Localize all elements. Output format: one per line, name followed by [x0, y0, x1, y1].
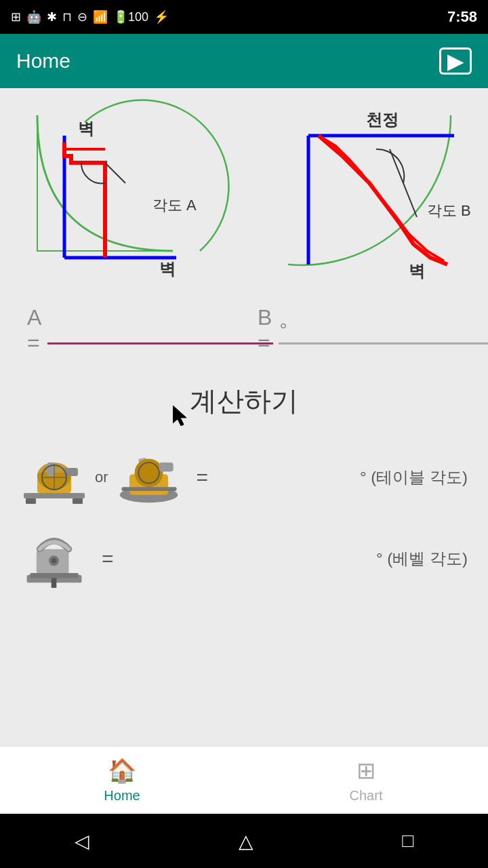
- charging-icon: ⚡: [154, 9, 169, 24]
- bluetooth-icon: ✱: [47, 9, 57, 24]
- input-area: A = ° B = °: [0, 292, 488, 369]
- svg-line-3: [105, 163, 125, 183]
- left-wall-top-label: 벽: [78, 119, 94, 138]
- svg-rect-23: [159, 462, 173, 471]
- gallery-icon: ⊞: [11, 9, 21, 24]
- app-title: Home: [16, 50, 70, 73]
- nav-home[interactable]: 🏠 Home: [0, 747, 244, 814]
- status-icons-left: ⊞ 🤖 ✱ ⊓ ⊖ 📶 🔋100 ⚡: [11, 9, 169, 24]
- calculate-button[interactable]: 계산하기: [190, 382, 298, 420]
- result-row-2: = ° (베벨 각도): [20, 521, 468, 596]
- diagram-left: 벽 벽 각도 A: [17, 95, 234, 285]
- result-value-2: ° (베벨 각도): [376, 548, 468, 570]
- chart-nav-icon: ⊞: [357, 757, 375, 784]
- angle-a-input[interactable]: [47, 316, 273, 344]
- equals-2: =: [102, 547, 114, 570]
- right-angle-label: 각도 B: [427, 202, 471, 219]
- chart-nav-label: Chart: [350, 788, 383, 804]
- miter-saw-2-image: [115, 447, 183, 508]
- angle-b-input[interactable]: [279, 316, 488, 344]
- svg-point-30: [52, 558, 57, 564]
- home-nav-icon: 🏠: [108, 757, 136, 784]
- dnd-icon: ⊖: [77, 9, 87, 24]
- android-icon: 🤖: [26, 9, 41, 24]
- status-bar: ⊞ 🤖 ✱ ⊓ ⊖ 📶 🔋100 ⚡ 7:58: [0, 0, 488, 34]
- system-nav-bar: ◁ △ □: [0, 814, 488, 868]
- calculate-section: 계산하기: [0, 369, 488, 433]
- svg-rect-8: [24, 493, 85, 498]
- right-wall-label: 벽: [409, 262, 425, 280]
- status-time: 7:58: [447, 8, 477, 26]
- wifi-icon: 📶: [93, 9, 108, 24]
- left-angle-label: 각도 A: [152, 197, 197, 214]
- battery-icon: 🔋100: [113, 9, 148, 24]
- equals-1: =: [197, 466, 209, 489]
- recent-button[interactable]: □: [402, 830, 413, 852]
- svg-rect-11: [47, 462, 54, 476]
- play-button[interactable]: ▶: [439, 47, 472, 75]
- home-button[interactable]: △: [239, 830, 253, 852]
- nav-chart[interactable]: ⊞ Chart: [244, 747, 488, 814]
- b-label: B =: [258, 305, 272, 355]
- tool-images-1: or: [20, 447, 183, 508]
- input-group-b: B = °: [258, 305, 461, 355]
- back-button[interactable]: ◁: [75, 830, 89, 852]
- nfc-icon: ⊓: [62, 9, 72, 24]
- diagram-right: 천정 각도 B 벽: [254, 95, 471, 285]
- svg-rect-28: [30, 573, 78, 578]
- jigsaw-image: [20, 528, 88, 589]
- right-ceiling-label: 천정: [366, 111, 399, 129]
- result-row-1: or: [20, 440, 468, 515]
- tool-images-2: [20, 528, 88, 589]
- app-bar: Home ▶: [0, 34, 488, 88]
- a-label: A =: [27, 305, 41, 355]
- main-content: 벽 벽 각도 A 천정 각도 B 벽: [0, 88, 488, 746]
- input-group-a: A = °: [27, 305, 230, 355]
- left-wall-bottom-label: 벽: [159, 260, 176, 278]
- svg-rect-16: [26, 498, 36, 504]
- results-area: or: [0, 433, 488, 610]
- diagram-area: 벽 벽 각도 A 천정 각도 B 벽: [0, 88, 488, 292]
- result-value-1: ° (테이블 각도): [360, 467, 468, 488]
- svg-rect-17: [73, 498, 83, 504]
- or-text-1: or: [95, 469, 108, 486]
- home-nav-label: Home: [104, 788, 140, 804]
- miter-saw-1-image: [20, 447, 88, 508]
- svg-rect-24: [121, 487, 176, 491]
- bottom-nav: 🏠 Home ⊞ Chart: [0, 746, 488, 814]
